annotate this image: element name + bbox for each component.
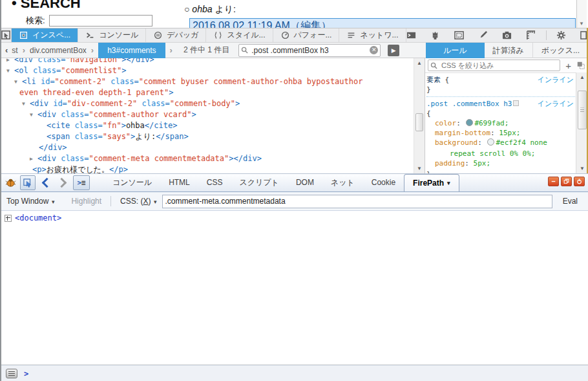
collapse-arrow-icon[interactable]: ▼ (22, 98, 30, 109)
firebug-tab-html[interactable]: HTML (160, 174, 198, 191)
css-property[interactable]: margin-bottom: 15px; (426, 128, 575, 138)
expand-arrow-icon[interactable]: ▶ (428, 160, 435, 169)
collapse-arrow-icon[interactable]: ▼ (6, 65, 14, 76)
expand-arrow-icon[interactable]: ▶ (428, 139, 435, 149)
toolbox-tab-style-editor[interactable]: スタイル... (206, 28, 273, 42)
firepath-result-tree: <document> (1, 211, 588, 365)
inline-stylesheet-link[interactable]: インライン (538, 99, 574, 109)
color-swatch[interactable] (466, 119, 473, 126)
rule-selector[interactable]: .post .commentBox h3 (426, 100, 512, 108)
document-node[interactable]: <document> (15, 213, 61, 223)
markup-line[interactable]: <p>お疲れ様でした。</p> (1, 164, 414, 173)
command-prompt[interactable]: > (24, 369, 28, 378)
sidebar-tab-計算済み[interactable]: 計算済み (485, 43, 533, 58)
breadcrumb-scroll-left-icon[interactable]: ‹ (1, 45, 12, 55)
markup-line[interactable]: <cite class="fn">ohba</cite> (1, 120, 414, 131)
markup-line[interactable]: even thread-even depth-1 parent"> (1, 87, 414, 98)
firebug-tab-firepath[interactable]: FirePath▾ (404, 174, 459, 191)
markup-line[interactable]: ▼<li id="comment-2" class="comment byuse… (1, 76, 414, 87)
markup-line[interactable]: ▼<div id="div-comment-2" class="comment-… (1, 98, 414, 109)
context-dropdown[interactable]: Top Window ▾ (6, 197, 54, 206)
screenshot-icon[interactable] (502, 30, 512, 41)
firebug-inspect-button[interactable] (20, 175, 36, 190)
inspector-search-input[interactable] (250, 45, 368, 56)
toolbox-tab-debugger[interactable]: デバッガ (146, 28, 206, 42)
history-back-icon[interactable] (43, 179, 50, 186)
color-swatch[interactable] (487, 138, 494, 146)
css-filter-input[interactable] (440, 61, 558, 70)
page-scrollbar[interactable]: ▼ (576, 0, 587, 28)
history-forward-icon[interactable] (58, 179, 65, 186)
expand-sidebar-icon[interactable]: ▶ (388, 45, 399, 56)
collapse-arrow-icon[interactable]: ▼ (14, 76, 22, 87)
breadcrumb-item-selected[interactable]: h3#comments (98, 43, 165, 58)
command-editor-icon[interactable]: >≡ (73, 175, 90, 190)
tree-root-row[interactable]: <document> (1, 211, 588, 223)
collapse-arrow-icon[interactable]: ▼ (30, 109, 37, 120)
selector-expression-input[interactable] (162, 195, 552, 208)
comment-date-link[interactable]: 2016.08.02 11:19 AM（編集） (193, 20, 331, 28)
markup-scrollbar[interactable]: ▲ ▼ (414, 58, 425, 173)
settings-icon[interactable] (556, 30, 567, 41)
markup-line[interactable]: <span class="says">より:</span> (1, 131, 414, 142)
toolbox-tab-console[interactable]: コンソール (78, 28, 146, 42)
firebug-tab-dom[interactable]: DOM (288, 174, 322, 191)
rules-filter-row: + (425, 58, 588, 73)
toolbox-tab-performance[interactable]: パフォー... (273, 28, 340, 42)
firebug-tab-コンソール[interactable]: コンソール (104, 174, 160, 191)
expand-arrow-icon[interactable]: ▶ (30, 153, 37, 164)
responsive-mode-icon[interactable] (454, 30, 465, 41)
pick-element-button[interactable] (1, 28, 12, 42)
command-line-icon[interactable] (6, 369, 17, 378)
highlight-toggle[interactable]: Highlight (71, 197, 101, 206)
sidebar-tab-ボックス[interactable]: ボックス... (533, 43, 588, 58)
power-off-icon[interactable] (574, 177, 585, 186)
css-property[interactable]: ▶background: #ecf2f4 none repeat scroll … (426, 138, 575, 158)
scroll-up-icon[interactable]: ▲ (414, 58, 425, 68)
breadcrumb-item-post[interactable]: st (12, 46, 17, 55)
markup-line[interactable]: ▶<div class="navigation"></div> (1, 58, 414, 65)
firebug-logo-icon[interactable] (5, 178, 16, 188)
firebug-tab-ネット[interactable]: ネット (322, 174, 363, 191)
sidebar-tab-ルール[interactable]: ルール (426, 43, 485, 58)
toolbox-tab-inspector[interactable]: インスペ... (12, 28, 78, 42)
markup-line[interactable]: </div> (1, 142, 414, 153)
add-rule-button[interactable]: + (564, 60, 572, 71)
clear-search-icon[interactable]: ✕ (370, 46, 378, 54)
breadcrumb-item-commentbox[interactable]: div.commentBox (30, 46, 87, 55)
split-console-icon[interactable] (406, 30, 417, 41)
detach-icon[interactable] (561, 177, 572, 186)
firebug-tab-スクリプト[interactable]: スクリプト (231, 174, 287, 191)
toolbox-tab-network[interactable]: ネットワ... (339, 28, 406, 42)
pseudo-class-panel-icon[interactable] (576, 61, 585, 70)
markup-line[interactable]: ▼<ol class="commentlist"> (1, 65, 414, 76)
inline-stylesheet-link[interactable]: インライン (538, 75, 574, 85)
css-property[interactable]: color: #699fad; (426, 118, 575, 128)
expand-node-icon[interactable] (5, 215, 12, 222)
expand-arrow-icon[interactable]: ▶ (6, 58, 14, 65)
minimize-icon[interactable] (548, 177, 559, 186)
scrollbar-thumb[interactable] (578, 91, 587, 129)
scroll-down-icon[interactable]: ▼ (579, 21, 584, 27)
eyedropper-icon[interactable] (478, 30, 488, 41)
highlighted-element[interactable]: 2016.08.02 11:19 AM（編集） (189, 18, 576, 28)
tab-label: ネットワ... (360, 30, 398, 41)
rule-selector[interactable]: 要素 (426, 76, 441, 84)
firebug-tab-bar: >≡ コンソールHTMLCSSスクリプトDOMネットCookieFirePath… (1, 173, 588, 192)
search-match-count: 2 件中 1 件目 (177, 45, 236, 56)
scrollbar-thumb[interactable] (415, 113, 423, 131)
scroll-down-icon[interactable]: ▼ (414, 164, 425, 173)
ruler-icon[interactable] (526, 30, 536, 41)
firebug-tab-cookie[interactable]: Cookie (363, 174, 404, 191)
eval-button[interactable]: Eval (558, 197, 583, 206)
comment-author: ohba (192, 4, 212, 14)
css-property[interactable]: ▶padding: 5px; (426, 158, 575, 169)
firebug-tab-css[interactable]: CSS (198, 174, 231, 191)
paintbrush-icon[interactable] (430, 30, 441, 41)
selector-mode-dropdown[interactable]: CSS: (X) ▾ (120, 197, 156, 206)
page-search-input[interactable] (49, 15, 152, 27)
page-content: • SEARCH 検索: ○ ohba より: 2016.08.02 11:19… (1, 0, 588, 28)
markup-line[interactable]: ▼<div class="comment-author vcard"> (1, 109, 414, 120)
markup-line[interactable]: ▶<div class="comment-meta commentmetadat… (1, 153, 414, 164)
tab-label: スタイル... (227, 30, 265, 41)
